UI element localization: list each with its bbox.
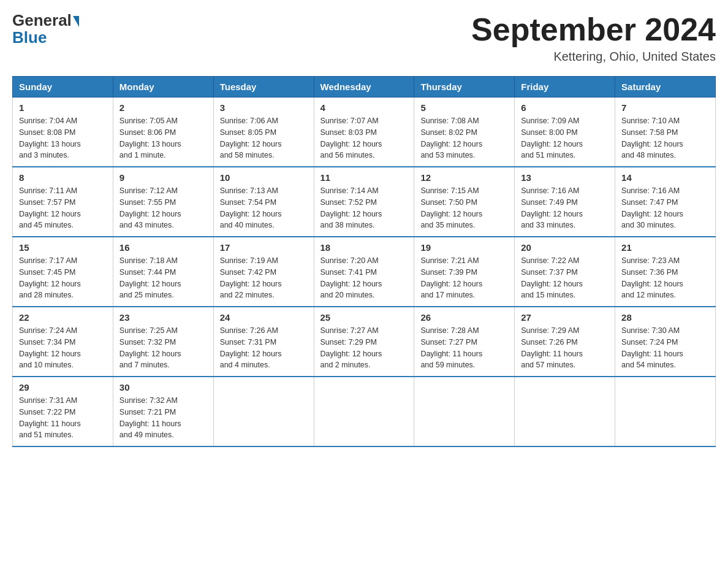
calendar-cell: 12Sunrise: 7:15 AM Sunset: 7:50 PM Dayli… xyxy=(414,167,515,237)
page-header: General Blue September 2024 Kettering, O… xyxy=(12,12,716,64)
day-info: Sunrise: 7:24 AM Sunset: 7:34 PM Dayligh… xyxy=(19,325,107,371)
day-info: Sunrise: 7:18 AM Sunset: 7:44 PM Dayligh… xyxy=(119,255,207,301)
calendar-cell: 7Sunrise: 7:10 AM Sunset: 7:58 PM Daylig… xyxy=(615,98,716,167)
day-number: 4 xyxy=(320,102,408,113)
day-info: Sunrise: 7:22 AM Sunset: 7:37 PM Dayligh… xyxy=(521,255,609,301)
calendar-week-row: 22Sunrise: 7:24 AM Sunset: 7:34 PM Dayli… xyxy=(13,307,716,377)
calendar-week-row: 29Sunrise: 7:31 AM Sunset: 7:22 PM Dayli… xyxy=(13,377,716,446)
logo-triangle-icon xyxy=(73,16,79,27)
day-number: 29 xyxy=(19,382,107,393)
day-info: Sunrise: 7:17 AM Sunset: 7:45 PM Dayligh… xyxy=(19,255,107,301)
calendar-cell: 2Sunrise: 7:05 AM Sunset: 8:06 PM Daylig… xyxy=(113,98,213,167)
logo-general-text: General xyxy=(12,11,72,29)
calendar-week-row: 1Sunrise: 7:04 AM Sunset: 8:08 PM Daylig… xyxy=(13,98,716,167)
calendar-header-monday: Monday xyxy=(113,77,213,98)
calendar-header-saturday: Saturday xyxy=(615,77,716,98)
day-number: 14 xyxy=(621,172,709,183)
calendar-header-thursday: Thursday xyxy=(414,77,515,98)
calendar-header-row: SundayMondayTuesdayWednesdayThursdayFrid… xyxy=(13,77,716,98)
day-info: Sunrise: 7:16 AM Sunset: 7:49 PM Dayligh… xyxy=(521,185,609,231)
day-number: 3 xyxy=(220,102,308,113)
calendar-cell: 25Sunrise: 7:27 AM Sunset: 7:29 PM Dayli… xyxy=(314,307,414,377)
calendar-cell xyxy=(314,377,414,446)
calendar-cell xyxy=(615,377,716,446)
calendar-cell: 19Sunrise: 7:21 AM Sunset: 7:39 PM Dayli… xyxy=(414,237,515,307)
calendar-header-sunday: Sunday xyxy=(13,77,113,98)
logo-top: General xyxy=(12,12,79,28)
day-number: 6 xyxy=(521,102,609,113)
day-number: 16 xyxy=(119,242,207,253)
calendar-cell: 27Sunrise: 7:29 AM Sunset: 7:26 PM Dayli… xyxy=(515,307,615,377)
calendar-cell: 30Sunrise: 7:32 AM Sunset: 7:21 PM Dayli… xyxy=(113,377,213,446)
day-number: 22 xyxy=(19,312,107,323)
logo: General Blue xyxy=(12,12,79,45)
day-info: Sunrise: 7:06 AM Sunset: 8:05 PM Dayligh… xyxy=(220,115,308,161)
day-info: Sunrise: 7:16 AM Sunset: 7:47 PM Dayligh… xyxy=(621,185,709,231)
day-info: Sunrise: 7:04 AM Sunset: 8:08 PM Dayligh… xyxy=(19,115,107,161)
day-info: Sunrise: 7:13 AM Sunset: 7:54 PM Dayligh… xyxy=(220,185,308,231)
day-number: 27 xyxy=(521,312,609,323)
day-number: 19 xyxy=(420,242,508,253)
day-number: 25 xyxy=(320,312,408,323)
day-number: 11 xyxy=(320,172,408,183)
day-number: 28 xyxy=(621,312,709,323)
calendar-table: SundayMondayTuesdayWednesdayThursdayFrid… xyxy=(12,76,716,447)
day-info: Sunrise: 7:12 AM Sunset: 7:55 PM Dayligh… xyxy=(119,185,207,231)
logo-blue-text: Blue xyxy=(12,29,47,45)
day-info: Sunrise: 7:30 AM Sunset: 7:24 PM Dayligh… xyxy=(621,325,709,371)
calendar-cell: 29Sunrise: 7:31 AM Sunset: 7:22 PM Dayli… xyxy=(13,377,113,446)
calendar-cell: 9Sunrise: 7:12 AM Sunset: 7:55 PM Daylig… xyxy=(113,167,213,237)
day-info: Sunrise: 7:23 AM Sunset: 7:36 PM Dayligh… xyxy=(621,255,709,301)
day-info: Sunrise: 7:29 AM Sunset: 7:26 PM Dayligh… xyxy=(521,325,609,371)
day-number: 21 xyxy=(621,242,709,253)
calendar-title: September 2024 xyxy=(471,12,716,47)
calendar-cell: 13Sunrise: 7:16 AM Sunset: 7:49 PM Dayli… xyxy=(515,167,615,237)
calendar-cell: 17Sunrise: 7:19 AM Sunset: 7:42 PM Dayli… xyxy=(213,237,314,307)
day-info: Sunrise: 7:21 AM Sunset: 7:39 PM Dayligh… xyxy=(420,255,508,301)
calendar-cell: 4Sunrise: 7:07 AM Sunset: 8:03 PM Daylig… xyxy=(314,98,414,167)
calendar-cell: 26Sunrise: 7:28 AM Sunset: 7:27 PM Dayli… xyxy=(414,307,515,377)
day-info: Sunrise: 7:05 AM Sunset: 8:06 PM Dayligh… xyxy=(119,115,207,161)
day-number: 8 xyxy=(19,172,107,183)
day-number: 18 xyxy=(320,242,408,253)
day-number: 10 xyxy=(220,172,308,183)
day-info: Sunrise: 7:20 AM Sunset: 7:41 PM Dayligh… xyxy=(320,255,408,301)
day-info: Sunrise: 7:09 AM Sunset: 8:00 PM Dayligh… xyxy=(521,115,609,161)
calendar-cell: 23Sunrise: 7:25 AM Sunset: 7:32 PM Dayli… xyxy=(113,307,213,377)
day-info: Sunrise: 7:26 AM Sunset: 7:31 PM Dayligh… xyxy=(220,325,308,371)
calendar-cell: 24Sunrise: 7:26 AM Sunset: 7:31 PM Dayli… xyxy=(213,307,314,377)
day-info: Sunrise: 7:15 AM Sunset: 7:50 PM Dayligh… xyxy=(420,185,508,231)
calendar-week-row: 15Sunrise: 7:17 AM Sunset: 7:45 PM Dayli… xyxy=(13,237,716,307)
calendar-cell: 5Sunrise: 7:08 AM Sunset: 8:02 PM Daylig… xyxy=(414,98,515,167)
day-number: 24 xyxy=(220,312,308,323)
calendar-cell: 28Sunrise: 7:30 AM Sunset: 7:24 PM Dayli… xyxy=(615,307,716,377)
day-number: 23 xyxy=(119,312,207,323)
day-info: Sunrise: 7:14 AM Sunset: 7:52 PM Dayligh… xyxy=(320,185,408,231)
day-info: Sunrise: 7:11 AM Sunset: 7:57 PM Dayligh… xyxy=(19,185,107,231)
day-info: Sunrise: 7:31 AM Sunset: 7:22 PM Dayligh… xyxy=(19,395,107,441)
day-info: Sunrise: 7:10 AM Sunset: 7:58 PM Dayligh… xyxy=(621,115,709,161)
day-number: 12 xyxy=(420,172,508,183)
day-number: 15 xyxy=(19,242,107,253)
day-number: 26 xyxy=(420,312,508,323)
day-info: Sunrise: 7:19 AM Sunset: 7:42 PM Dayligh… xyxy=(220,255,308,301)
calendar-cell: 16Sunrise: 7:18 AM Sunset: 7:44 PM Dayli… xyxy=(113,237,213,307)
calendar-cell: 14Sunrise: 7:16 AM Sunset: 7:47 PM Dayli… xyxy=(615,167,716,237)
day-number: 17 xyxy=(220,242,308,253)
day-info: Sunrise: 7:07 AM Sunset: 8:03 PM Dayligh… xyxy=(320,115,408,161)
calendar-cell: 10Sunrise: 7:13 AM Sunset: 7:54 PM Dayli… xyxy=(213,167,314,237)
calendar-header-tuesday: Tuesday xyxy=(213,77,314,98)
day-info: Sunrise: 7:08 AM Sunset: 8:02 PM Dayligh… xyxy=(420,115,508,161)
calendar-cell xyxy=(414,377,515,446)
day-info: Sunrise: 7:28 AM Sunset: 7:27 PM Dayligh… xyxy=(420,325,508,371)
day-info: Sunrise: 7:32 AM Sunset: 7:21 PM Dayligh… xyxy=(119,395,207,441)
calendar-cell: 11Sunrise: 7:14 AM Sunset: 7:52 PM Dayli… xyxy=(314,167,414,237)
day-number: 2 xyxy=(119,102,207,113)
day-number: 7 xyxy=(621,102,709,113)
day-number: 30 xyxy=(119,382,207,393)
calendar-cell xyxy=(213,377,314,446)
calendar-header-friday: Friday xyxy=(515,77,615,98)
calendar-cell xyxy=(515,377,615,446)
calendar-cell: 15Sunrise: 7:17 AM Sunset: 7:45 PM Dayli… xyxy=(13,237,113,307)
calendar-cell: 20Sunrise: 7:22 AM Sunset: 7:37 PM Dayli… xyxy=(515,237,615,307)
